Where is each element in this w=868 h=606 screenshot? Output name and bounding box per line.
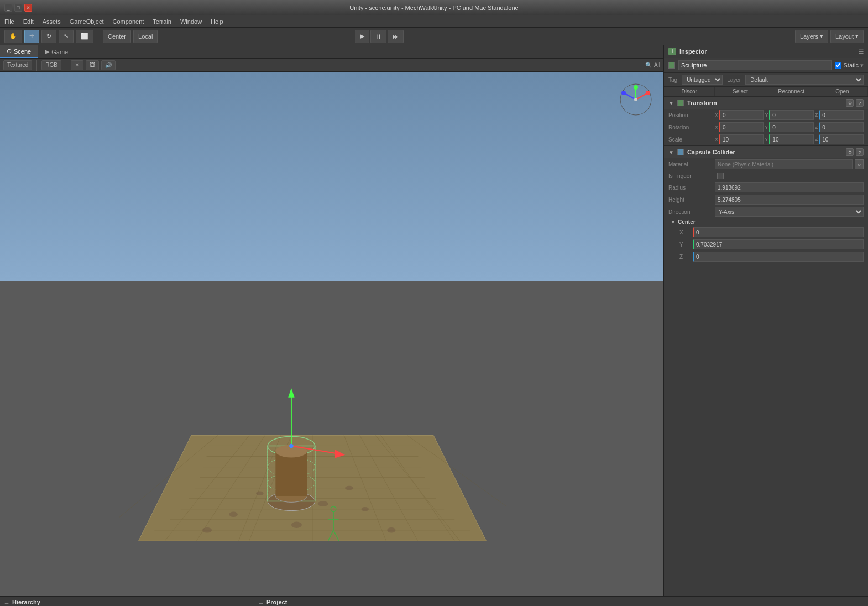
rotation-row: Rotation X 0 Y 0 Z 0	[664, 121, 868, 133]
search-icon: 🔍	[645, 62, 652, 68]
scale-z-input[interactable]: 10	[819, 134, 864, 144]
maximize-button[interactable]: □	[14, 4, 22, 12]
play-button[interactable]: ▶	[355, 30, 369, 43]
inspector-menu-icon[interactable]: ☰	[859, 49, 864, 55]
scene-skybox-toggle[interactable]: 🖼	[86, 60, 99, 70]
layers-dropdown[interactable]: Layers ▾	[795, 30, 828, 43]
menu-terrain[interactable]: Terrain	[148, 17, 176, 26]
tool-rotate[interactable]: ↻	[41, 30, 56, 43]
center-y-input[interactable]: 0.7032917	[693, 239, 864, 249]
rot-y-input[interactable]: 0	[769, 122, 813, 132]
scene-lighting-toggle[interactable]: ☀	[71, 60, 83, 70]
transform-collapse-icon: ▼	[668, 100, 674, 106]
svg-point-54	[646, 91, 650, 95]
menu-component[interactable]: Component	[108, 17, 148, 26]
scene-tabs: ⊕ Scene ▶ Game	[0, 45, 663, 59]
inspector-header: i Inspector ☰	[664, 45, 868, 58]
pivot-button[interactable]: Center	[103, 30, 131, 43]
discord-cell: Discor	[664, 87, 715, 96]
tag-selector[interactable]: Untagged	[682, 75, 723, 85]
step-button[interactable]: ⏭	[388, 30, 404, 43]
render-mode-selector[interactable]: Textured	[3, 60, 32, 70]
minimize-button[interactable]: _	[4, 4, 12, 12]
layer-selector[interactable]: Default	[745, 75, 864, 85]
scale-y-input[interactable]: 10	[769, 134, 813, 144]
scale-x-input[interactable]: 10	[719, 134, 764, 144]
inspector-title: Inspector	[679, 48, 707, 55]
center-z-row: Z 0	[664, 250, 868, 263]
select-button[interactable]: Select	[715, 87, 766, 96]
transform-toggle[interactable]	[677, 100, 684, 106]
tool-scale[interactable]: ⤡	[59, 30, 74, 43]
window-title: Unity - scene.unity - MechWalkUnity - PC…	[38, 4, 830, 11]
pos-y-input[interactable]: 0	[769, 110, 813, 120]
main-area: ⊕ Scene ▶ Game Textured RGB ☀ 🖼 🔊 🔍 All	[0, 45, 868, 596]
scene-gizmo	[619, 83, 652, 116]
object-active-checkbox[interactable]	[668, 62, 675, 69]
object-name-row: Static ▾	[664, 58, 868, 73]
menu-assets[interactable]: Assets	[38, 17, 65, 26]
rot-z-input[interactable]: 0	[819, 122, 864, 132]
layout-dropdown[interactable]: Layout ▾	[830, 30, 864, 43]
height-input[interactable]: 5.274805	[715, 195, 864, 205]
center-y-row: Y 0.7032917	[664, 238, 868, 250]
transform-help-icon[interactable]: ?	[856, 99, 864, 107]
rot-x-input[interactable]: 0	[719, 122, 764, 132]
svg-marker-41	[288, 388, 294, 398]
capsule-toggle[interactable]	[677, 149, 684, 155]
tab-scene[interactable]: ⊕ Scene	[0, 45, 38, 58]
project-header: ☰ Project	[254, 597, 868, 606]
hierarchy-drag-icon[interactable]: ☰	[4, 599, 9, 605]
tool-hand[interactable]: ✋	[4, 30, 22, 43]
svg-point-28	[345, 486, 353, 490]
material-row: Material None (Physic Material) ○	[664, 158, 868, 170]
tab-game[interactable]: ▶ Game	[38, 45, 75, 58]
tag-layer-row: Tag Untagged Layer Default	[664, 73, 868, 87]
inspector-panel: i Inspector ☰ Static ▾ Tag Untagged Laye…	[663, 45, 868, 596]
capsule-collapse-icon: ▼	[668, 149, 674, 155]
center-z-input[interactable]: 0	[693, 252, 864, 262]
object-name-input[interactable]	[678, 60, 832, 70]
close-button[interactable]: ✕	[24, 4, 32, 12]
project-drag-icon[interactable]: ☰	[259, 599, 263, 605]
right-controls: Layers ▾ Layout ▾	[795, 30, 864, 43]
menu-file[interactable]: File	[0, 17, 19, 26]
pos-z-input[interactable]: 0	[819, 110, 864, 120]
radius-input[interactable]: 1.913692	[715, 182, 864, 192]
transform-settings-icon[interactable]: ⚙	[846, 99, 854, 107]
open-button[interactable]: Open	[817, 87, 868, 96]
channel-selector[interactable]: RGB	[41, 60, 61, 70]
ground-plane-wrapper	[119, 341, 506, 563]
material-pick-button[interactable]: ○	[855, 159, 864, 169]
menu-edit[interactable]: Edit	[19, 17, 38, 26]
pause-button[interactable]: ⏸	[370, 30, 386, 43]
menu-gameobject[interactable]: GameObject	[65, 17, 108, 26]
transform-header[interactable]: ▼ Transform ⚙ ?	[664, 97, 868, 109]
menu-window[interactable]: Window	[176, 17, 206, 26]
svg-point-29	[318, 501, 328, 506]
static-checkbox[interactable]	[835, 62, 841, 69]
capsule-settings-icon[interactable]: ⚙	[846, 148, 854, 156]
main-toolbar: ✋ ✛ ↻ ⤡ ⬜ Center Local ▶ ⏸ ⏭ Layers ▾ La…	[0, 28, 868, 45]
tool-move[interactable]: ✛	[24, 30, 39, 43]
hierarchy-panel: ☰ Hierarchy Create ▾ 🔍 All ⬜ Ground 📷	[0, 597, 254, 606]
scene-audio-toggle[interactable]: 🔊	[101, 60, 116, 70]
tool-rect[interactable]: ⬜	[76, 30, 93, 43]
center-subsection-header[interactable]: ▼ Center	[664, 218, 868, 226]
reconnect-button[interactable]: Reconnect	[766, 87, 817, 96]
direction-row: Direction Y-Axis	[664, 206, 868, 218]
capsule-collider-header[interactable]: ▼ Capsule Collider ⚙ ?	[664, 146, 868, 158]
center-x-input[interactable]: 0	[693, 227, 864, 237]
title-bar: _ □ ✕ Unity - scene.unity - MechWalkUnit…	[0, 0, 868, 15]
is-trigger-checkbox[interactable]	[717, 173, 724, 179]
scene-viewport[interactable]	[0, 72, 663, 596]
static-dropdown-arrow[interactable]: ▾	[860, 62, 864, 69]
capsule-collider-component: ▼ Capsule Collider ⚙ ? Material None (Ph…	[664, 146, 868, 263]
direction-select[interactable]: Y-Axis	[715, 207, 864, 217]
scene-3d	[0, 72, 663, 596]
menu-help[interactable]: Help	[206, 17, 228, 26]
pos-x-input[interactable]: 0	[719, 110, 764, 120]
material-field[interactable]: None (Physic Material)	[715, 159, 853, 169]
capsule-help-icon[interactable]: ?	[856, 148, 864, 156]
space-button[interactable]: Local	[133, 30, 158, 43]
